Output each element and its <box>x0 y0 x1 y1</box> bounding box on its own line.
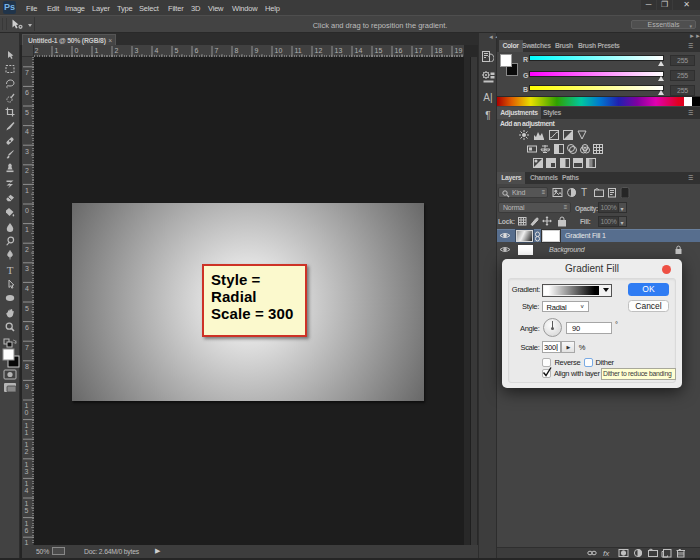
svg-text:16: 16 <box>395 47 403 54</box>
svg-text:2: 2 <box>25 448 29 455</box>
svg-text:18: 18 <box>435 47 443 54</box>
svg-text:1: 1 <box>25 402 29 409</box>
svg-text:3: 3 <box>135 47 139 54</box>
svg-text:6: 6 <box>25 324 29 331</box>
svg-text:5: 5 <box>175 47 179 54</box>
svg-text:2: 2 <box>35 47 39 54</box>
svg-text:1: 1 <box>25 187 29 194</box>
svg-text:2: 2 <box>25 167 29 174</box>
svg-text:4: 4 <box>25 128 29 135</box>
svg-text:2: 2 <box>115 47 119 54</box>
svg-text:14: 14 <box>355 47 363 54</box>
svg-text:fx: fx <box>603 549 610 558</box>
svg-text:1: 1 <box>55 47 59 54</box>
svg-text:17: 17 <box>415 47 423 54</box>
svg-text:8: 8 <box>235 47 239 54</box>
svg-text:6: 6 <box>195 47 199 54</box>
svg-text:1: 1 <box>25 461 29 468</box>
svg-text:3: 3 <box>25 148 29 155</box>
svg-text:0: 0 <box>75 47 79 54</box>
svg-text:1: 1 <box>25 500 29 507</box>
svg-text:1: 1 <box>25 441 29 448</box>
svg-text:T: T <box>581 187 587 198</box>
svg-text:1: 1 <box>95 47 99 54</box>
svg-text:15: 15 <box>375 47 383 54</box>
svg-text:1: 1 <box>25 226 29 233</box>
svg-text:4: 4 <box>25 285 29 292</box>
svg-text:0: 0 <box>25 409 29 416</box>
svg-text:1: 1 <box>25 520 29 527</box>
svg-text:11: 11 <box>295 47 302 54</box>
svg-text:5: 5 <box>25 507 29 514</box>
svg-text:9: 9 <box>25 383 29 390</box>
svg-text:0: 0 <box>25 207 29 214</box>
svg-text:12: 12 <box>315 47 323 54</box>
svg-text:3: 3 <box>25 265 29 272</box>
svg-text:10: 10 <box>275 47 283 54</box>
svg-text:1: 1 <box>25 429 29 436</box>
svg-text:13: 13 <box>335 47 343 54</box>
svg-text:6: 6 <box>25 527 29 534</box>
svg-text:8: 8 <box>25 363 29 370</box>
svg-text:2: 2 <box>25 246 29 253</box>
svg-text:4: 4 <box>25 487 29 494</box>
svg-text:7: 7 <box>25 69 29 76</box>
svg-text:1: 1 <box>25 480 29 487</box>
svg-text:5: 5 <box>25 305 29 312</box>
svg-text:7: 7 <box>215 47 219 54</box>
svg-text:5: 5 <box>25 109 29 116</box>
svg-text:19: 19 <box>455 47 463 54</box>
svg-text:1: 1 <box>25 422 29 429</box>
svg-text:9: 9 <box>255 47 259 54</box>
svg-text:7: 7 <box>25 344 29 351</box>
svg-text:T: T <box>7 264 14 276</box>
svg-text:6: 6 <box>25 89 29 96</box>
svg-text:3: 3 <box>25 468 29 475</box>
svg-text:4: 4 <box>155 47 159 54</box>
